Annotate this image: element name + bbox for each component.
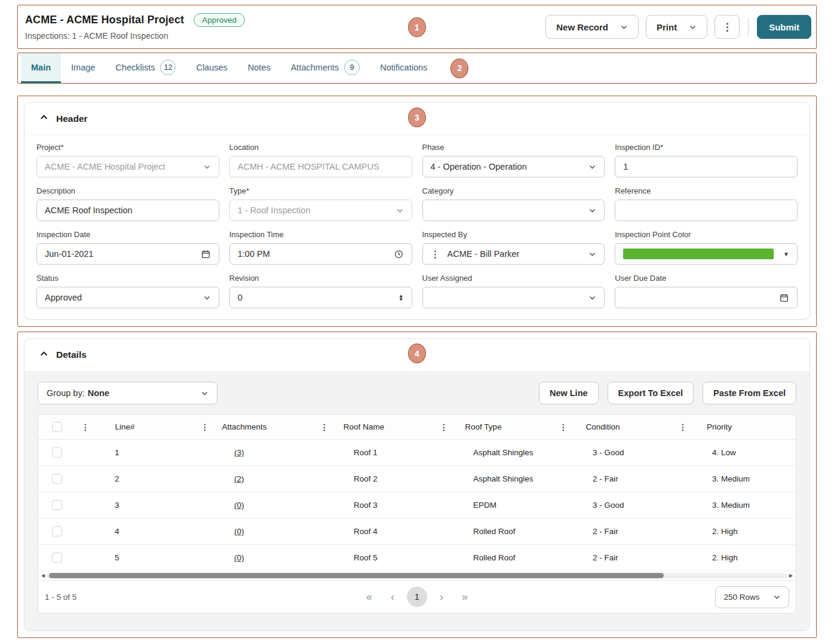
tab-image[interactable]: Image bbox=[61, 53, 105, 83]
inspected-by-select[interactable]: ⋮ ACME - Bill Parker bbox=[422, 243, 605, 265]
inspection-date-input[interactable]: Jun-01-2021 bbox=[36, 243, 219, 265]
column-header-priority: Priority bbox=[707, 422, 732, 431]
cell-line: 3 bbox=[85, 501, 204, 510]
attachments-link[interactable]: (0) bbox=[234, 501, 244, 510]
new-line-button[interactable]: New Line bbox=[539, 382, 599, 404]
status-select[interactable]: Approved bbox=[36, 287, 219, 308]
attachments-link[interactable]: (0) bbox=[234, 553, 244, 562]
reference-input[interactable] bbox=[615, 200, 798, 221]
table-row-5: 5 (0) Roof 5 Rolled Roof 2 - Fair 2. Hig… bbox=[38, 545, 796, 571]
paste-from-excel-button[interactable]: Paste From Excel bbox=[703, 382, 796, 404]
category-select[interactable] bbox=[422, 200, 605, 221]
cell-line: 4 bbox=[85, 527, 204, 536]
collapse-header-button[interactable] bbox=[39, 113, 48, 124]
scroll-left-icon[interactable]: ◀ bbox=[41, 574, 45, 578]
details-section: Details 4 Group by: None New Line Export… bbox=[17, 332, 817, 638]
field-category: Category bbox=[422, 186, 605, 221]
current-page-indicator[interactable]: 1 bbox=[407, 587, 427, 607]
attachments-link[interactable]: (2) bbox=[234, 474, 244, 483]
column-menu-icon[interactable]: ⋮ bbox=[679, 422, 687, 432]
column-menu-icon[interactable]: ⋮ bbox=[320, 422, 329, 432]
tab-notifications[interactable]: Notifications bbox=[370, 53, 437, 83]
stepper-down-icon[interactable]: ▼ bbox=[398, 298, 403, 301]
previous-page-button[interactable]: ‹ bbox=[384, 588, 401, 606]
cell-priority: 3. Medium bbox=[682, 501, 796, 510]
chevron-down-icon bbox=[203, 163, 211, 171]
tab-label: Notifications bbox=[380, 63, 427, 72]
kebab-icon[interactable]: ⋮ bbox=[431, 249, 440, 260]
type-value: 1 - Roof Inspection bbox=[238, 206, 391, 215]
chevron-down-icon bbox=[588, 163, 596, 171]
scrollbar-thumb[interactable] bbox=[49, 573, 664, 578]
column-menu-icon[interactable]: ⋮ bbox=[81, 422, 90, 432]
chevron-down-icon bbox=[588, 207, 596, 214]
first-page-button[interactable]: « bbox=[360, 588, 378, 606]
select-all-checkbox[interactable] bbox=[52, 422, 62, 432]
field-label: Inspection ID* bbox=[615, 143, 798, 152]
checklists-count-badge: 12 bbox=[160, 60, 176, 75]
user-assigned-select[interactable] bbox=[422, 287, 605, 308]
cell-condition: 2 - Fair bbox=[563, 553, 682, 562]
last-page-button[interactable]: » bbox=[456, 588, 474, 606]
cell-priority: 2. High bbox=[682, 553, 796, 562]
user-due-date-input[interactable] bbox=[615, 287, 798, 308]
location-input[interactable]: ACMH - ACME HOSPITAL CAMPUS bbox=[229, 156, 412, 177]
scrollbar-track[interactable] bbox=[47, 573, 787, 578]
column-header-roof-type: Roof Type bbox=[465, 422, 501, 431]
inspection-point-color-picker[interactable]: ▼ bbox=[615, 243, 798, 265]
row-checkbox[interactable] bbox=[52, 553, 62, 563]
column-menu-icon[interactable]: ⋮ bbox=[559, 422, 568, 432]
tab-clauses[interactable]: Clauses bbox=[186, 53, 237, 83]
more-actions-button[interactable]: ⋮ bbox=[715, 15, 740, 39]
chevron-down-icon bbox=[620, 23, 628, 31]
column-header-attachments: Attachments bbox=[222, 422, 266, 431]
field-label: Inspection Time bbox=[229, 230, 412, 239]
export-to-excel-button[interactable]: Export To Excel bbox=[608, 382, 694, 404]
inspection-id-input[interactable]: 1 bbox=[615, 156, 798, 177]
column-menu-icon[interactable]: ⋮ bbox=[201, 422, 209, 432]
rows-per-page-select[interactable]: 250 Rows bbox=[715, 586, 789, 608]
group-by-select[interactable]: Group by: None bbox=[38, 382, 217, 404]
tab-notes[interactable]: Notes bbox=[238, 53, 281, 83]
dropdown-arrow-icon: ▼ bbox=[783, 251, 789, 257]
row-checkbox[interactable] bbox=[52, 447, 62, 458]
row-checkbox[interactable] bbox=[52, 500, 62, 510]
row-checkbox[interactable] bbox=[52, 526, 62, 536]
calendar-icon[interactable] bbox=[201, 249, 211, 259]
cell-condition: 3 - Good bbox=[563, 448, 682, 457]
chevron-down-icon bbox=[773, 593, 781, 601]
project-select[interactable]: ACME - ACME Hospital Project bbox=[36, 156, 219, 177]
field-reference: Reference bbox=[615, 186, 798, 221]
calendar-icon[interactable] bbox=[779, 293, 789, 303]
stepper-arrows: ▲ ▼ bbox=[398, 294, 403, 301]
tab-attachments[interactable]: Attachments 9 bbox=[281, 53, 370, 83]
revision-stepper[interactable]: 0 ▲ ▼ bbox=[229, 287, 412, 308]
type-select[interactable]: 1 - Roof Inspection bbox=[229, 200, 412, 221]
row-checkbox[interactable] bbox=[52, 474, 62, 484]
print-button[interactable]: Print bbox=[646, 15, 707, 39]
submit-button[interactable]: Submit bbox=[757, 15, 811, 39]
tab-checklists[interactable]: Checklists 12 bbox=[105, 53, 186, 83]
cell-priority: 4. Low bbox=[682, 448, 796, 457]
new-record-button[interactable]: New Record bbox=[545, 15, 639, 39]
field-inspected-by: Inspected By ⋮ ACME - Bill Parker bbox=[422, 230, 605, 265]
next-page-button[interactable]: › bbox=[433, 588, 450, 606]
location-value: ACMH - ACME HOSPITAL CAMPUS bbox=[238, 162, 404, 171]
details-table: ⋮Line# ⋮Attachments ⋮Roof Name ⋮Roof Typ… bbox=[38, 414, 796, 614]
collapse-details-button[interactable] bbox=[39, 349, 48, 361]
annotation-circle-3: 3 bbox=[408, 108, 426, 127]
attachments-link[interactable]: (3) bbox=[234, 448, 244, 457]
scroll-right-icon[interactable]: ▶ bbox=[789, 574, 793, 578]
attachments-link[interactable]: (0) bbox=[234, 527, 244, 536]
column-menu-icon[interactable]: ⋮ bbox=[440, 422, 448, 432]
phase-select[interactable]: 4 - Operation - Operation bbox=[422, 156, 605, 177]
description-input[interactable]: ACME Roof Inspection bbox=[36, 200, 219, 221]
tab-label: Image bbox=[71, 63, 95, 72]
tab-main[interactable]: Main bbox=[21, 53, 61, 83]
inspection-time-input[interactable]: 1:00 PM bbox=[229, 243, 412, 265]
cell-condition: 2 - Fair bbox=[563, 474, 682, 483]
status-value: Approved bbox=[45, 293, 198, 302]
new-record-label: New Record bbox=[556, 22, 608, 32]
field-project: Project* ACME - ACME Hospital Project bbox=[36, 143, 219, 177]
clock-icon[interactable] bbox=[394, 249, 404, 259]
